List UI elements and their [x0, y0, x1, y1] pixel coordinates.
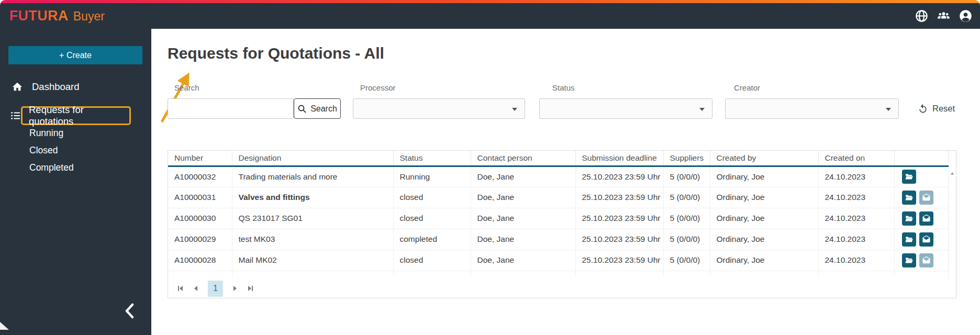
table-row[interactable]: A10000028Mail MK02closedDoe, Jane25.10.2… [168, 250, 948, 271]
mail-open-icon [922, 193, 931, 202]
main-content: Requests for Quotations - All Search Pro… [151, 29, 980, 335]
folder-open-button[interactable] [902, 170, 916, 184]
first-page-button[interactable] [176, 285, 184, 292]
last-page-button[interactable] [247, 285, 254, 292]
cell-created_on: 24.10.2023 [818, 229, 894, 250]
search-icon [297, 104, 307, 114]
app-window: FUTURA Buyer + Create [0, 0, 980, 335]
table-row[interactable]: A10000029test MK03completedDoe, Jane25.1… [168, 229, 948, 250]
cell-number: A10000032 [168, 166, 232, 187]
chevron-down-icon [886, 108, 891, 111]
cell-created_by: Ordinary, Joe [710, 208, 818, 229]
column-header[interactable]: Status [393, 151, 471, 166]
cell-status: completed [393, 229, 471, 250]
account-icon[interactable] [959, 9, 973, 23]
cell-number: A10000029 [168, 229, 232, 250]
top-bar: FUTURA Buyer [0, 3, 980, 29]
cell-status: Running [393, 166, 471, 187]
reset-icon [918, 104, 928, 114]
cell-created_by: Ordinary, Joe [710, 250, 818, 271]
scroll-up-icon[interactable]: ▲ [950, 171, 955, 176]
prev-page-icon [192, 285, 199, 292]
status-select[interactable] [539, 98, 712, 119]
prev-page-button[interactable] [192, 285, 199, 292]
sidebar-item-label: Requests for quotations [29, 104, 129, 127]
column-header[interactable]: Created on [818, 151, 894, 166]
table-row[interactable]: A10000032Trading materials and moreRunni… [168, 166, 948, 187]
sidebar-item-requests-for-quotations[interactable]: Requests for quotations [21, 106, 131, 125]
processor-select[interactable] [353, 98, 525, 119]
mail-open-button[interactable] [919, 253, 933, 267]
sidebar-item-label: Dashboard [32, 81, 80, 93]
sidebar-collapse-button[interactable] [124, 303, 136, 319]
folder-open-button[interactable] [902, 191, 916, 205]
sidebar-item-dashboard[interactable]: Dashboard [0, 78, 151, 96]
table-row[interactable]: A10000031Valves and fittingsclosedDoe, J… [168, 187, 948, 208]
table-header-row: NumberDesignationStatusContact personSub… [168, 151, 948, 166]
column-header[interactable]: Designation [232, 151, 393, 166]
cell-created_on: 24.10.2023 [818, 250, 894, 271]
brand-suffix: Buyer [73, 9, 105, 24]
cell-suppliers: 5 (0/0/0) [663, 229, 710, 250]
globe-icon[interactable] [915, 9, 929, 23]
mail-open-button[interactable] [919, 191, 933, 205]
column-header[interactable]: Suppliers [663, 151, 710, 166]
table-scrollbar[interactable]: ▲ [948, 168, 956, 278]
cell-created_on: 24.10.2023 [818, 166, 894, 187]
column-header[interactable]: Number [168, 151, 232, 166]
folder-open-button[interactable] [902, 211, 916, 226]
column-header[interactable]: Contact person [471, 151, 575, 166]
table-row[interactable]: A10000030QS 231017 SG01closedDoe, Jane25… [168, 208, 948, 229]
cell-suppliers: 5 (0/0/0) [663, 208, 710, 229]
table-body: A10000032Trading materials and moreRunni… [168, 166, 948, 277]
page-number-active[interactable]: 1 [208, 281, 223, 297]
mail-open-button[interactable] [919, 211, 933, 226]
brand-name: FUTURA [9, 8, 69, 24]
cell-number: A10000028 [168, 250, 232, 271]
sidebar: + Create Dashboard Requests for quotatio… [0, 29, 151, 335]
pagination: 1 [168, 278, 956, 298]
cell-status: closed [393, 208, 471, 229]
cell-created_by: Ordinary, Joe [710, 229, 818, 250]
rfq-table: NumberDesignationStatusContact personSub… [168, 151, 949, 277]
team-icon[interactable] [937, 9, 951, 23]
list-icon [10, 110, 21, 121]
cell-actions [894, 250, 948, 271]
search-label: Search [174, 83, 199, 92]
create-button[interactable]: + Create [8, 46, 142, 64]
cell-designation: Valves and fittings [232, 187, 393, 208]
folder-open-button[interactable] [902, 253, 916, 267]
reset-button-label: Reset [932, 104, 955, 114]
folder-open-icon [905, 172, 914, 181]
search-input[interactable] [168, 98, 294, 119]
mail-open-icon [922, 256, 931, 265]
cell-status: closed [393, 250, 471, 271]
cell-contact_person: Doe, Jane [471, 250, 575, 271]
sidebar-subitems: RunningClosedCompleted [29, 125, 74, 176]
column-header[interactable]: Created by [710, 151, 818, 166]
reset-button[interactable]: Reset [918, 98, 955, 119]
column-header[interactable] [894, 151, 948, 166]
mail-open-icon [922, 214, 931, 223]
processor-label: Processor [360, 83, 396, 92]
cell-actions [894, 187, 948, 208]
cell-contact_person: Doe, Jane [471, 187, 575, 208]
sidebar-item-completed[interactable]: Completed [29, 159, 74, 176]
search-button-label: Search [310, 104, 337, 114]
table-filler-row [168, 271, 948, 277]
folder-open-icon [905, 193, 914, 202]
creator-select[interactable] [725, 98, 899, 119]
cell-contact_person: Doe, Jane [471, 208, 575, 229]
mail-open-icon [922, 235, 931, 244]
cell-contact_person: Doe, Jane [471, 229, 575, 250]
cell-designation: Mail MK02 [232, 250, 393, 271]
next-page-icon [231, 285, 239, 292]
column-header[interactable]: Submission deadline [575, 151, 663, 166]
cell-submission_deadline: 25.10.2023 23:59 Uhr [575, 229, 663, 250]
next-page-button[interactable] [231, 285, 239, 292]
sidebar-item-closed[interactable]: Closed [29, 142, 74, 159]
search-button[interactable]: Search [294, 98, 341, 119]
mail-open-button[interactable] [919, 232, 933, 247]
folder-open-button[interactable] [902, 232, 916, 247]
sidebar-item-running[interactable]: Running [29, 125, 74, 142]
